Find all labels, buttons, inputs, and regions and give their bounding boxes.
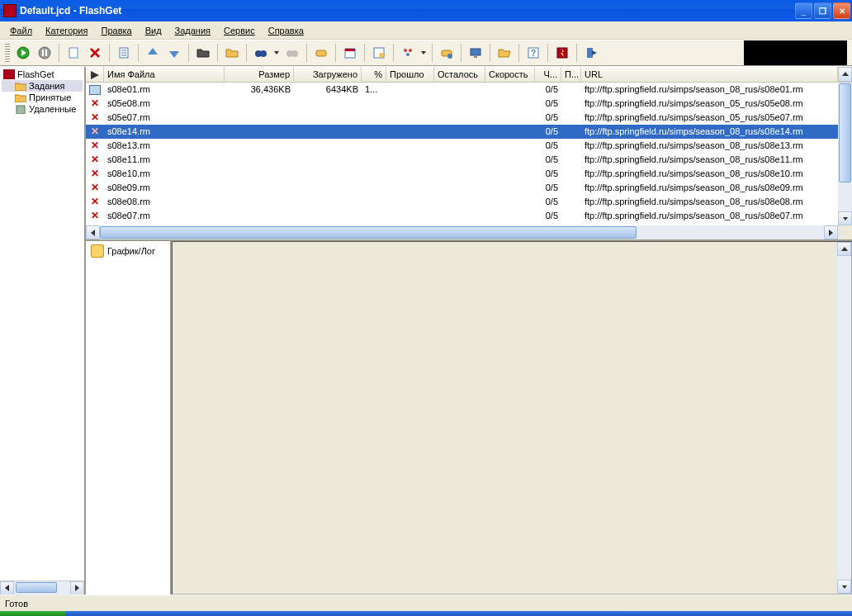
svg-rect-35 [587,48,593,58]
log-area [172,241,852,595]
properties-icon [117,46,130,59]
traffic-dropdown[interactable] [419,51,428,54]
cell-loaded [294,97,362,111]
svg-rect-5 [69,48,78,58]
cell-url: ftp://ftp.springfield.ru/simps/season_08… [581,181,838,195]
svg-marker-36 [592,50,597,55]
col-loaded[interactable]: Загружено [294,67,362,82]
download-row[interactable]: ✕s08e09.rm0/5ftp://ftp.springfield.ru/si… [86,181,838,195]
hscroll-left-button[interactable] [86,225,100,239]
col-left[interactable]: Осталось [434,67,485,82]
sidebar-hscrollbar[interactable] [0,580,84,595]
move-up-button[interactable] [143,43,163,63]
tree-root[interactable]: FlashGet [2,69,83,80]
list-hscrollbar[interactable] [86,225,852,239]
new-button[interactable] [64,43,83,63]
download-row[interactable]: ✕s08e10.rm0/5ftp://ftp.springfield.ru/si… [86,167,838,181]
scroll-thumb[interactable] [16,582,57,593]
tree-received[interactable]: Принятые [2,92,83,103]
toolbar-handle[interactable] [5,44,10,62]
download-row[interactable]: ✕s08e14.rm0/5ftp://ftp.springfield.ru/si… [86,125,838,139]
traffic-button[interactable] [398,43,418,63]
download-row[interactable]: ✕s08e11.rm0/5ftp://ftp.springfield.ru/si… [86,153,838,167]
menu-category[interactable]: Категория [40,24,92,37]
hscroll-thumb[interactable] [100,226,637,239]
flashget-icon [556,46,569,59]
cell-url: ftp://ftp.springfield.ru/simps/season_08… [581,195,838,209]
svg-point-17 [291,50,298,57]
menu-service[interactable]: Сервис [219,24,260,37]
tab-graph-log[interactable]: График/Лог [86,241,170,261]
menu-edit[interactable]: Правка [96,24,136,37]
scroll-left-button[interactable] [0,581,14,595]
new-file-icon [67,46,80,59]
cell-name: s08e08.rm [104,195,225,209]
move-down-button[interactable] [164,43,184,63]
col-name[interactable]: Имя Файла [104,67,225,82]
col-size[interactable]: Размер [225,67,294,82]
dial-button[interactable] [311,43,331,63]
col-speed[interactable]: Скорость [485,67,535,82]
open-category-button[interactable] [495,43,514,63]
col-parts[interactable]: Ч... [535,67,561,82]
col-url[interactable]: URL [581,67,838,82]
scroll-down-button[interactable] [838,211,852,225]
hscroll-right-button[interactable] [824,225,838,239]
log-scroll-up[interactable] [837,242,851,256]
open-folder-button[interactable] [193,43,213,63]
cell-parts: 0/5 [535,153,561,167]
help-button[interactable]: ? [523,43,543,63]
svg-marker-39 [15,95,26,102]
col-priority[interactable]: П... [561,67,581,82]
disconnect-button[interactable] [437,43,457,63]
menu-help[interactable]: Справка [263,24,309,37]
menu-view[interactable]: Вид [140,24,167,37]
maximize-button[interactable]: ❐ [814,2,831,19]
cell-elapsed [386,125,434,139]
site-explorer-button[interactable] [369,43,389,63]
find-button[interactable] [251,43,271,63]
log-scroll-down[interactable] [837,580,851,594]
download-row[interactable]: ✕s08e07.rm0/5ftp://ftp.springfield.ru/si… [86,209,838,223]
download-row[interactable]: ✕s08e08.rm0/5ftp://ftp.springfield.ru/si… [86,195,838,209]
menu-tasks[interactable]: Задания [170,24,215,37]
tree-deleted[interactable]: Удаленные [2,103,83,115]
cell-url: ftp://ftp.springfield.ru/simps/season_05… [581,97,838,111]
col-elapsed[interactable]: Прошло [386,67,434,82]
cell-elapsed [386,97,434,111]
cell-parts: 0/5 [535,97,561,111]
col-status[interactable] [86,67,104,82]
schedule-button[interactable] [340,43,360,63]
download-row[interactable]: ✕s05e08.rm0/5ftp://ftp.springfield.ru/si… [86,97,838,111]
scroll-right-button[interactable] [70,581,84,595]
explorer-icon [372,46,386,59]
category-button[interactable] [222,43,242,63]
shutdown-button[interactable] [466,43,485,63]
log-vscrollbar[interactable] [837,242,851,594]
col-percent[interactable]: % [362,67,386,82]
scroll-up-button[interactable] [838,67,852,82]
download-row[interactable]: s08e01.rm36,436KB6434KB1...0/5ftp://ftp.… [86,83,838,97]
vscroll-thumb[interactable] [839,83,851,182]
pause-button[interactable] [35,43,54,63]
tree-tasks[interactable]: Задания [2,80,83,92]
list-vscrollbar[interactable] [838,83,852,225]
download-row[interactable]: ✕s05e07.rm0/5ftp://ftp.springfield.ru/si… [86,111,838,125]
svg-point-24 [409,49,412,52]
minimize-button[interactable]: _ [795,2,812,19]
flashget-button[interactable] [552,43,572,63]
properties-button[interactable] [114,43,134,63]
start-button[interactable] [13,43,33,63]
cell-name: s05e07.rm [104,111,225,125]
delete-button[interactable] [85,43,105,63]
menu-file[interactable]: Файл [5,24,37,37]
close-button[interactable]: ✕ [833,2,850,19]
find-next-button[interactable] [282,43,302,63]
pause-icon [38,46,51,59]
trash-icon [15,104,26,114]
download-row[interactable]: ✕s08e13.rm0/5ftp://ftp.springfield.ru/si… [86,139,838,153]
cell-name: s08e07.rm [104,209,225,223]
cell-speed [485,125,535,139]
exit-button[interactable] [581,43,601,63]
find-dropdown[interactable] [272,51,281,54]
